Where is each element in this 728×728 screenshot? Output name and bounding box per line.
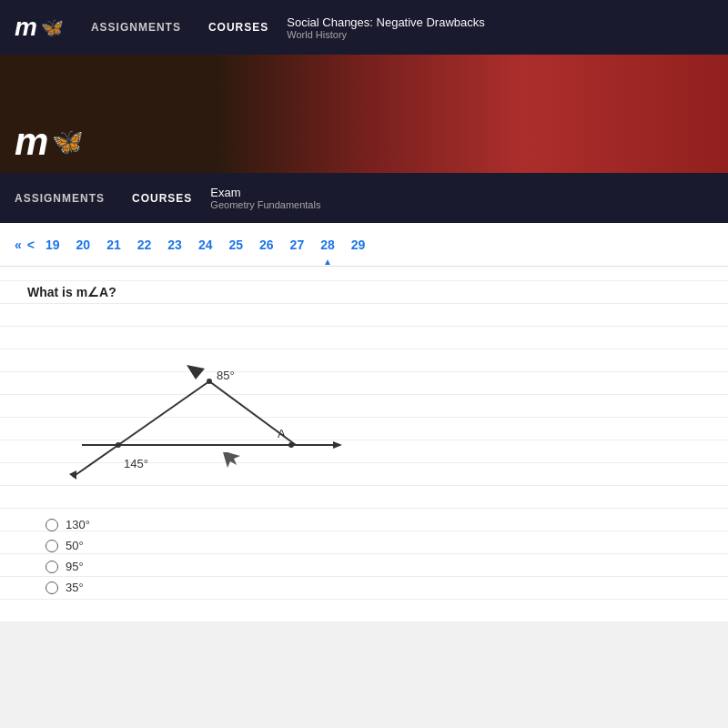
page-29[interactable]: 29 [346, 236, 371, 254]
option-50[interactable]: 50° [46, 539, 701, 552]
navbar-1: m 🦋 ASSIGNMENTS COURSES Social Changes: … [0, 0, 728, 55]
arrow-right [333, 441, 342, 449]
option-35[interactable]: 35° [46, 581, 701, 594]
option-50-label: 50° [66, 539, 84, 552]
assignments-link-1[interactable]: ASSIGNMENTS [91, 21, 181, 34]
geometry-diagram: 85° 145° A [46, 318, 355, 500]
butterfly-icon-1: 🦋 [41, 16, 64, 38]
assignments-link-2[interactable]: ASSIGNMENTS [15, 192, 105, 205]
banner-logo: m 🦋 [15, 120, 84, 164]
banner-butterfly-icon: 🦋 [52, 126, 84, 157]
page-27[interactable]: 27 [285, 236, 310, 254]
banner-logo-letter: m [15, 120, 48, 164]
option-95[interactable]: 95° [46, 560, 701, 573]
page-26[interactable]: 26 [254, 236, 279, 254]
page-20[interactable]: 20 [71, 236, 96, 254]
nav-links-1: ASSIGNMENTS COURSES [91, 21, 268, 34]
question-text: What is m∠A? [27, 285, 701, 299]
answer-options: 130° 50° 95° 35° [27, 518, 701, 594]
page-19[interactable]: 19 [40, 236, 66, 254]
logo-1: m 🦋 [15, 13, 64, 42]
page-22[interactable]: 22 [132, 236, 157, 254]
angle-145-label: 145° [124, 457, 148, 470]
option-130-label: 130° [66, 518, 90, 531]
radio-130[interactable] [46, 519, 58, 531]
vertex-left [116, 442, 121, 448]
banner-background [218, 55, 728, 173]
breadcrumb-title-1: Social Changes: Negative Drawbacks [287, 15, 485, 29]
breadcrumb-2: Exam Geometry Fundamentals [210, 186, 320, 210]
nav-links-2: ASSIGNMENTS COURSES [15, 192, 192, 205]
option-35-label: 35° [66, 581, 84, 594]
banner: m 🦋 [0, 55, 728, 173]
page-23[interactable]: 23 [162, 236, 187, 254]
ray-left-up [118, 381, 209, 445]
arrow-bottom-left [69, 470, 76, 480]
page-25[interactable]: 25 [223, 236, 248, 254]
diagram-svg: 85° 145° A [46, 318, 355, 500]
ray-left-down [73, 445, 118, 477]
vertex-a [288, 442, 294, 448]
cursor-icon [223, 452, 240, 468]
logo-letter-1: m [15, 13, 37, 42]
page-24[interactable]: 24 [193, 236, 218, 254]
point-a-label: A [278, 427, 286, 440]
vertex-top [207, 379, 212, 384]
page-21[interactable]: 21 [101, 236, 126, 254]
option-130[interactable]: 130° [46, 518, 701, 531]
breadcrumb-subtitle-1: World History [287, 29, 485, 40]
prev-button[interactable]: < [27, 238, 35, 252]
angle-85-label: 85° [217, 369, 235, 382]
breadcrumb-1: Social Changes: Negative Drawbacks World… [287, 15, 485, 40]
breadcrumb-subtitle-2: Geometry Fundamentals [210, 199, 320, 210]
radio-35[interactable] [46, 581, 58, 594]
radio-95[interactable] [46, 561, 58, 573]
navbar-2: ASSIGNMENTS COURSES Exam Geometry Fundam… [0, 173, 728, 223]
option-95-label: 95° [66, 560, 84, 573]
breadcrumb-title-2: Exam [210, 186, 320, 199]
courses-link-2[interactable]: COURSES [132, 192, 192, 205]
radio-50[interactable] [46, 540, 58, 552]
pagination-bar: « < 19 20 21 22 23 24 25 26 27 28 29 [0, 223, 728, 267]
question-area: What is m∠A? [0, 267, 728, 622]
prev-prev-button[interactable]: « [15, 238, 22, 252]
courses-link-1[interactable]: COURSES [208, 21, 268, 34]
arrow-top [187, 365, 205, 379]
page-28[interactable]: 28 [315, 236, 340, 254]
